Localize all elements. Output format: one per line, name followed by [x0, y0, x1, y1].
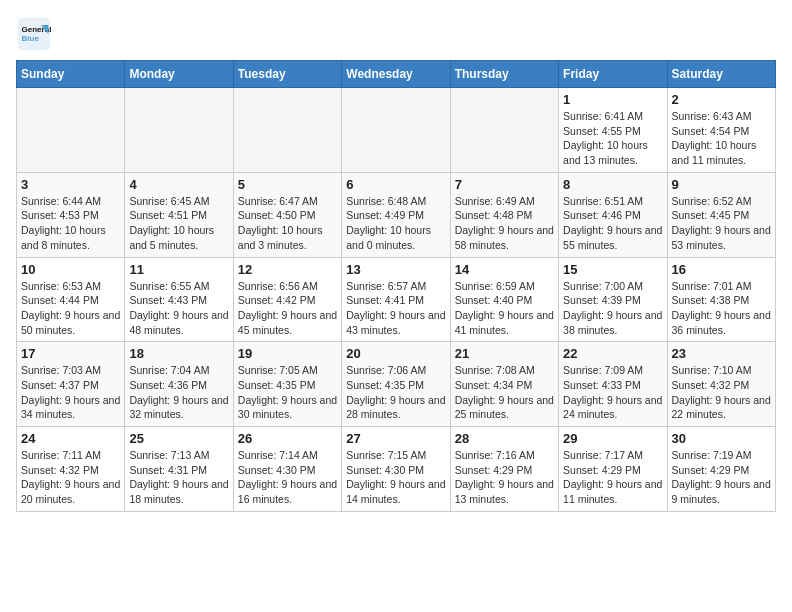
day-number: 4 — [129, 177, 228, 192]
day-number: 11 — [129, 262, 228, 277]
calendar-cell: 7Sunrise: 6:49 AM Sunset: 4:48 PM Daylig… — [450, 172, 558, 257]
day-number: 28 — [455, 431, 554, 446]
day-info: Sunrise: 7:09 AM Sunset: 4:33 PM Dayligh… — [563, 363, 662, 422]
dow-saturday: Saturday — [667, 61, 775, 88]
calendar-cell: 20Sunrise: 7:06 AM Sunset: 4:35 PM Dayli… — [342, 342, 450, 427]
day-info: Sunrise: 7:01 AM Sunset: 4:38 PM Dayligh… — [672, 279, 771, 338]
calendar: SundayMondayTuesdayWednesdayThursdayFrid… — [16, 60, 776, 512]
day-number: 30 — [672, 431, 771, 446]
day-info: Sunrise: 7:08 AM Sunset: 4:34 PM Dayligh… — [455, 363, 554, 422]
day-number: 14 — [455, 262, 554, 277]
calendar-cell: 25Sunrise: 7:13 AM Sunset: 4:31 PM Dayli… — [125, 427, 233, 512]
calendar-cell: 23Sunrise: 7:10 AM Sunset: 4:32 PM Dayli… — [667, 342, 775, 427]
day-info: Sunrise: 6:47 AM Sunset: 4:50 PM Dayligh… — [238, 194, 337, 253]
calendar-cell: 30Sunrise: 7:19 AM Sunset: 4:29 PM Dayli… — [667, 427, 775, 512]
day-info: Sunrise: 6:48 AM Sunset: 4:49 PM Dayligh… — [346, 194, 445, 253]
day-info: Sunrise: 6:44 AM Sunset: 4:53 PM Dayligh… — [21, 194, 120, 253]
day-of-week-header: SundayMondayTuesdayWednesdayThursdayFrid… — [17, 61, 776, 88]
day-info: Sunrise: 6:55 AM Sunset: 4:43 PM Dayligh… — [129, 279, 228, 338]
day-info: Sunrise: 6:51 AM Sunset: 4:46 PM Dayligh… — [563, 194, 662, 253]
calendar-cell: 4Sunrise: 6:45 AM Sunset: 4:51 PM Daylig… — [125, 172, 233, 257]
calendar-cell: 5Sunrise: 6:47 AM Sunset: 4:50 PM Daylig… — [233, 172, 341, 257]
day-info: Sunrise: 6:45 AM Sunset: 4:51 PM Dayligh… — [129, 194, 228, 253]
calendar-cell: 2Sunrise: 6:43 AM Sunset: 4:54 PM Daylig… — [667, 88, 775, 173]
day-number: 1 — [563, 92, 662, 107]
day-info: Sunrise: 7:05 AM Sunset: 4:35 PM Dayligh… — [238, 363, 337, 422]
week-row: 17Sunrise: 7:03 AM Sunset: 4:37 PM Dayli… — [17, 342, 776, 427]
day-info: Sunrise: 7:10 AM Sunset: 4:32 PM Dayligh… — [672, 363, 771, 422]
calendar-cell: 12Sunrise: 6:56 AM Sunset: 4:42 PM Dayli… — [233, 257, 341, 342]
day-number: 3 — [21, 177, 120, 192]
day-info: Sunrise: 6:52 AM Sunset: 4:45 PM Dayligh… — [672, 194, 771, 253]
day-number: 16 — [672, 262, 771, 277]
calendar-cell: 16Sunrise: 7:01 AM Sunset: 4:38 PM Dayli… — [667, 257, 775, 342]
day-number: 24 — [21, 431, 120, 446]
calendar-cell: 14Sunrise: 6:59 AM Sunset: 4:40 PM Dayli… — [450, 257, 558, 342]
calendar-cell: 10Sunrise: 6:53 AM Sunset: 4:44 PM Dayli… — [17, 257, 125, 342]
week-row: 10Sunrise: 6:53 AM Sunset: 4:44 PM Dayli… — [17, 257, 776, 342]
day-info: Sunrise: 7:14 AM Sunset: 4:30 PM Dayligh… — [238, 448, 337, 507]
day-number: 21 — [455, 346, 554, 361]
day-info: Sunrise: 7:19 AM Sunset: 4:29 PM Dayligh… — [672, 448, 771, 507]
day-number: 13 — [346, 262, 445, 277]
calendar-cell: 15Sunrise: 7:00 AM Sunset: 4:39 PM Dayli… — [559, 257, 667, 342]
dow-sunday: Sunday — [17, 61, 125, 88]
calendar-cell: 11Sunrise: 6:55 AM Sunset: 4:43 PM Dayli… — [125, 257, 233, 342]
dow-thursday: Thursday — [450, 61, 558, 88]
day-info: Sunrise: 7:06 AM Sunset: 4:35 PM Dayligh… — [346, 363, 445, 422]
day-info: Sunrise: 6:59 AM Sunset: 4:40 PM Dayligh… — [455, 279, 554, 338]
calendar-cell: 8Sunrise: 6:51 AM Sunset: 4:46 PM Daylig… — [559, 172, 667, 257]
week-row: 1Sunrise: 6:41 AM Sunset: 4:55 PM Daylig… — [17, 88, 776, 173]
day-info: Sunrise: 6:43 AM Sunset: 4:54 PM Dayligh… — [672, 109, 771, 168]
day-number: 15 — [563, 262, 662, 277]
day-info: Sunrise: 7:13 AM Sunset: 4:31 PM Dayligh… — [129, 448, 228, 507]
day-info: Sunrise: 7:15 AM Sunset: 4:30 PM Dayligh… — [346, 448, 445, 507]
day-number: 12 — [238, 262, 337, 277]
svg-text:Blue: Blue — [21, 34, 39, 43]
day-info: Sunrise: 7:00 AM Sunset: 4:39 PM Dayligh… — [563, 279, 662, 338]
calendar-cell: 6Sunrise: 6:48 AM Sunset: 4:49 PM Daylig… — [342, 172, 450, 257]
day-number: 20 — [346, 346, 445, 361]
day-info: Sunrise: 7:16 AM Sunset: 4:29 PM Dayligh… — [455, 448, 554, 507]
day-info: Sunrise: 6:41 AM Sunset: 4:55 PM Dayligh… — [563, 109, 662, 168]
calendar-cell — [125, 88, 233, 173]
day-info: Sunrise: 7:17 AM Sunset: 4:29 PM Dayligh… — [563, 448, 662, 507]
calendar-cell: 13Sunrise: 6:57 AM Sunset: 4:41 PM Dayli… — [342, 257, 450, 342]
calendar-cell: 3Sunrise: 6:44 AM Sunset: 4:53 PM Daylig… — [17, 172, 125, 257]
dow-friday: Friday — [559, 61, 667, 88]
logo-icon: General Blue — [16, 16, 52, 52]
calendar-cell: 28Sunrise: 7:16 AM Sunset: 4:29 PM Dayli… — [450, 427, 558, 512]
day-number: 29 — [563, 431, 662, 446]
day-number: 19 — [238, 346, 337, 361]
day-number: 9 — [672, 177, 771, 192]
day-number: 22 — [563, 346, 662, 361]
day-info: Sunrise: 6:49 AM Sunset: 4:48 PM Dayligh… — [455, 194, 554, 253]
day-info: Sunrise: 6:56 AM Sunset: 4:42 PM Dayligh… — [238, 279, 337, 338]
day-info: Sunrise: 7:03 AM Sunset: 4:37 PM Dayligh… — [21, 363, 120, 422]
day-info: Sunrise: 7:11 AM Sunset: 4:32 PM Dayligh… — [21, 448, 120, 507]
calendar-cell: 22Sunrise: 7:09 AM Sunset: 4:33 PM Dayli… — [559, 342, 667, 427]
dow-wednesday: Wednesday — [342, 61, 450, 88]
calendar-cell: 19Sunrise: 7:05 AM Sunset: 4:35 PM Dayli… — [233, 342, 341, 427]
week-row: 24Sunrise: 7:11 AM Sunset: 4:32 PM Dayli… — [17, 427, 776, 512]
day-number: 27 — [346, 431, 445, 446]
calendar-cell: 18Sunrise: 7:04 AM Sunset: 4:36 PM Dayli… — [125, 342, 233, 427]
calendar-cell — [342, 88, 450, 173]
day-number: 7 — [455, 177, 554, 192]
calendar-cell — [233, 88, 341, 173]
dow-tuesday: Tuesday — [233, 61, 341, 88]
calendar-cell: 24Sunrise: 7:11 AM Sunset: 4:32 PM Dayli… — [17, 427, 125, 512]
logo: General Blue — [16, 16, 56, 52]
calendar-cell — [450, 88, 558, 173]
day-number: 8 — [563, 177, 662, 192]
calendar-cell: 21Sunrise: 7:08 AM Sunset: 4:34 PM Dayli… — [450, 342, 558, 427]
calendar-cell: 9Sunrise: 6:52 AM Sunset: 4:45 PM Daylig… — [667, 172, 775, 257]
day-info: Sunrise: 6:57 AM Sunset: 4:41 PM Dayligh… — [346, 279, 445, 338]
day-number: 10 — [21, 262, 120, 277]
day-number: 26 — [238, 431, 337, 446]
calendar-cell: 26Sunrise: 7:14 AM Sunset: 4:30 PM Dayli… — [233, 427, 341, 512]
day-number: 17 — [21, 346, 120, 361]
calendar-cell: 29Sunrise: 7:17 AM Sunset: 4:29 PM Dayli… — [559, 427, 667, 512]
day-info: Sunrise: 7:04 AM Sunset: 4:36 PM Dayligh… — [129, 363, 228, 422]
day-number: 6 — [346, 177, 445, 192]
